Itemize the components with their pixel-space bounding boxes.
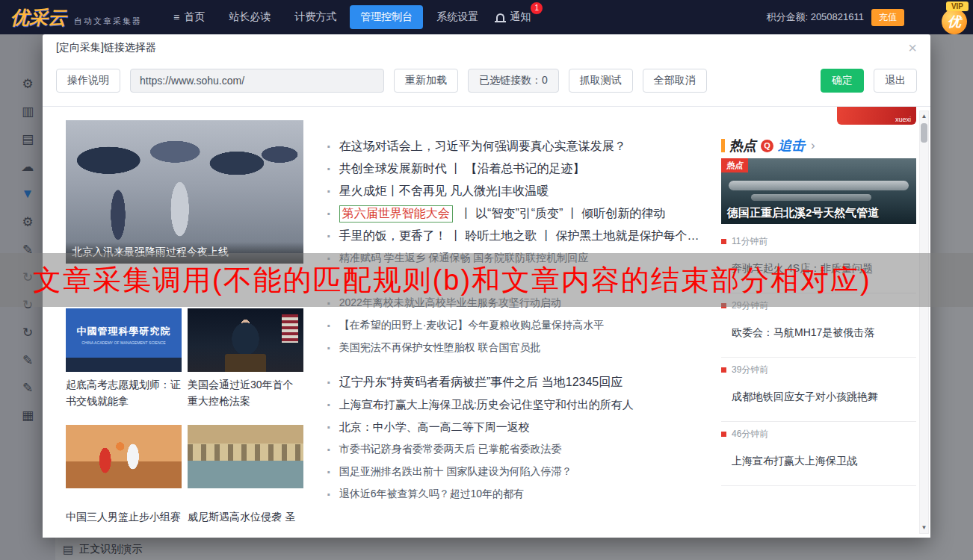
chevron-right-icon: › <box>811 138 815 153</box>
red-square-bullet-icon <box>721 432 726 437</box>
logo-text: 优采云 <box>10 5 67 30</box>
accent-bar <box>721 139 725 152</box>
headline-text: 上海宣布打赢大上海保卫战:历史会记住坚守和付出的所有人 <box>339 398 634 412</box>
headline-link[interactable]: 美国宪法不再保护女性堕胎权 联合国官员批 <box>327 337 706 359</box>
headline-text: 共创全球发展新时代 丨 【沿着总书记的足迹】 <box>339 161 585 177</box>
hot-news-title: 上海宣布打赢大上海保卫战 <box>732 455 916 468</box>
headline-link[interactable]: 上海宣布打赢大上海保卫战:历史会记住坚守和付出的所有人 <box>327 393 706 416</box>
nav-menu-item[interactable]: 计费方式 <box>284 5 347 29</box>
nav-menu-label: 管理控制台 <box>360 10 413 24</box>
headline-link[interactable]: 【在希望的田野上·麦收记】今年夏粮收购总量保持高水平 <box>327 314 706 337</box>
chase-title: 追击 <box>778 137 805 155</box>
points-balance: 积分金额: 2050821611 <box>766 10 864 24</box>
headline-link[interactable]: 星火成炬丨不舍再见 凡人微光|丰收温暖 <box>327 180 706 202</box>
headline-text: 退休近6年被查算久吗？超过10年的都有 <box>339 488 524 501</box>
photo-president-podium[interactable] <box>188 308 303 372</box>
headline-link[interactable]: 在这场对话会上，习近平为何强调要真心实意谋发展？ <box>327 135 706 158</box>
modal-toolbar: 操作说明 重新加载 已选链接数：0 抓取测试 全部取消 确定 退出 <box>43 61 930 103</box>
headline-link[interactable]: 第六届世界智能大会 丨 以“智变”引“质变” 丨 倾听创新的律动 <box>327 202 706 225</box>
confirm-button[interactable]: 确定 <box>821 69 864 93</box>
hot-news-meta: 11分钟前 <box>721 235 916 247</box>
nav-menu-label: 系统设置 <box>436 10 478 24</box>
menu-icon: ≡ <box>173 11 179 23</box>
bell-icon <box>496 13 504 21</box>
cancel-all-button[interactable]: 全部取消 <box>643 69 707 93</box>
account-logo[interactable]: 优 <box>942 9 967 34</box>
url-input[interactable] <box>130 69 384 93</box>
headline-link[interactable]: 辽宁丹东“持黄码者看病被拦”事件之后 当地12345回应 <box>327 371 706 393</box>
headline-text: 国足亚洲排名跌出前十 国家队建设为何陷入停滞？ <box>339 465 572 479</box>
headline-text: 市委书记跻身省委常委两天后 已掌舵省委政法委 <box>339 443 562 456</box>
headline-link[interactable]: 国足亚洲排名跌出前十 国家队建设为何陷入停滞？ <box>327 461 706 483</box>
hot-news-item[interactable]: 46分钟前 上海宣布打赢大上海保卫战 <box>721 422 916 486</box>
nav-menu-label: 首页 <box>184 10 205 24</box>
headline-text: 2022年离校未就业高校毕业生服务攻坚行动启动 <box>339 296 561 310</box>
photo-caption-link[interactable]: 美国会通过近30年首个重大控枪法案 <box>188 376 303 409</box>
recharge-button[interactable]: 充值 <box>871 9 904 26</box>
notifications-button[interactable]: 通知 1 <box>489 5 538 29</box>
screen: 优采云 自动文章采集器 ≡ 首页 站长必读 计费方式 <box>0 0 973 560</box>
headline-text: 美国宪法不再保护女性堕胎权 联合国官员批 <box>339 341 541 355</box>
scroll-up-icon[interactable]: ▲ <box>921 111 927 122</box>
headline-text: 北京：中小学、高一高二等下周一返校 <box>339 420 530 435</box>
headline-link[interactable]: 退休近6年被查算久吗？超过10年的都有 <box>327 483 706 505</box>
headline-text: 星火成炬丨不舍再见 凡人微光|丰收温暖 <box>339 184 549 199</box>
headline-text: 丨 以“智变”引“质变” 丨 倾听创新的律动 <box>460 206 666 222</box>
hot-news-item[interactable]: 29分钟前 欧委会：马航MH17是被俄击落 <box>721 293 916 358</box>
photo-basketball[interactable] <box>66 425 182 488</box>
hot-news-time: 11分钟前 <box>732 235 767 248</box>
grab-test-button[interactable]: 抓取测试 <box>569 69 633 93</box>
selected-links-counter: 已选链接数：0 <box>468 69 559 93</box>
hot-news-title: 欧委会：马航MH17是被俄击落 <box>732 326 916 340</box>
help-button[interactable]: 操作说明 <box>56 69 120 93</box>
headline-text: 辽宁丹东“持黄码者看病被拦”事件之后 当地12345回应 <box>339 375 623 391</box>
hot-news-title: 成都地铁回应女子对小孩跳艳舞 <box>732 391 916 404</box>
headline-link[interactable]: 市委书记跻身省委常委两天后 已掌舵省委政法委 <box>327 438 706 461</box>
hot-news-item[interactable]: 11分钟前 奔驰车起火 4S店：非质量问题 <box>721 229 916 293</box>
caption-row-2: 起底高考志愿规划师：证书交钱就能拿 美国会通过近30年首个重大控枪法案 <box>66 376 303 409</box>
hot-topics-column: 热点 Q 追击 › 热点 德国正重启北溪2号天然气管道 11分钟前 <box>721 137 916 486</box>
hot-topics-header[interactable]: 热点 Q 追击 › <box>721 137 916 154</box>
photo-row-2: 中國管理科學研究院 CHINA ACADEMY OF MANAGEMENT SC… <box>66 308 303 372</box>
modal-title: [定向采集]链接选择器 <box>56 41 156 55</box>
headline-link[interactable]: 共创全球发展新时代 丨 【沿着总书记的足迹】 <box>327 158 706 180</box>
nav-menu-label: 站长必读 <box>229 10 271 24</box>
app-logo[interactable]: 优采云 自动文章采集器 <box>10 5 142 30</box>
hot-news-time: 39分钟前 <box>732 364 768 376</box>
photo-rainstorm[interactable]: 北京入汛来最强降雨过程今夜上线 <box>66 120 303 264</box>
hot-news-meta: 46分钟前 <box>721 428 916 440</box>
close-icon[interactable]: × <box>908 40 917 55</box>
hot-logo-icon: Q <box>761 140 773 152</box>
headline-link[interactable]: 精准赋码 学生返乡 保通保畅 国务院联防联控机制回应 <box>327 247 706 270</box>
scroll-down-icon[interactable]: ▼ <box>921 523 927 533</box>
notice-label: 通知 <box>510 10 531 24</box>
nav-menu-item[interactable]: ≡ 首页 <box>163 5 215 29</box>
photo-caption-link[interactable]: 中国三人男篮止步小组赛 <box>66 508 182 525</box>
headline-link[interactable]: 手里的饭，更香了！ 丨 聆听土地之歌 丨 保护黑土地就是保护每个… <box>327 225 706 247</box>
scrollbar-thumb[interactable] <box>921 123 927 143</box>
promo-banner[interactable]: xuexi <box>837 107 916 125</box>
photo-academy-sign[interactable]: 中國管理科學研究院 CHINA ACADEMY OF MANAGEMENT SC… <box>66 308 182 372</box>
hot-news-meta: 39分钟前 <box>721 364 916 376</box>
notification-badge: 1 <box>531 2 543 14</box>
red-square-bullet-icon <box>721 367 726 373</box>
headline-text: 【在希望的田野上·麦收记】今年夏粮收购总量保持高水平 <box>339 319 605 332</box>
hot-title: 热点 <box>729 137 756 155</box>
photo-caption-link[interactable]: 起底高考志愿规划师：证书交钱就能拿 <box>66 376 182 409</box>
nav-menu-item[interactable]: 站长必读 <box>218 5 281 29</box>
photo-caption-link[interactable]: 威尼斯遇高水位侵袭 圣 <box>188 508 303 525</box>
nav-menu-item[interactable]: 管理控制台 <box>350 5 423 29</box>
hot-feature-card[interactable]: 热点 德国正重启北溪2号天然气管道 <box>721 158 916 224</box>
headline-link[interactable]: 北京：中小学、高一高二等下周一返校 <box>327 416 706 438</box>
headline-link[interactable]: 2022年离校未就业高校毕业生服务攻坚行动启动 <box>327 292 706 314</box>
hot-news-time: 46分钟前 <box>732 428 768 441</box>
headline-text: 手里的饭，更香了！ 丨 聆听土地之歌 丨 保护黑土地就是保护每个… <box>339 228 699 244</box>
hot-news-time: 29分钟前 <box>732 299 768 312</box>
nav-menu-item[interactable]: 系统设置 <box>426 5 489 29</box>
reload-button[interactable]: 重新加载 <box>394 69 458 93</box>
hot-news-item[interactable]: 39分钟前 成都地铁回应女子对小孩跳艳舞 <box>721 358 916 422</box>
red-square-bullet-icon <box>721 239 726 244</box>
exit-button[interactable]: 退出 <box>874 69 917 93</box>
photo-venice-flood[interactable] <box>188 425 303 488</box>
vertical-scrollbar[interactable]: ▲ ▼ <box>919 111 929 534</box>
